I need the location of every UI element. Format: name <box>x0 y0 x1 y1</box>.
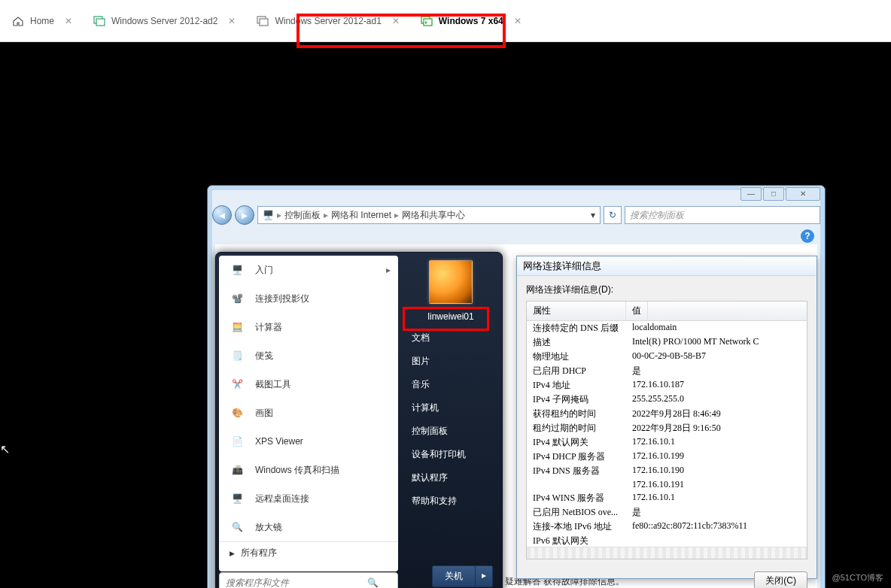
breadcrumb-bar[interactable]: 🖥️▸ 控制面板▸ 网络和 Internet▸ 网络和共享中心 ▾ <box>257 206 601 224</box>
cell-value: 172.16.10.199 <box>626 450 807 464</box>
watermark: @51CTO博客 <box>832 572 883 583</box>
rlink-devices[interactable]: 设备和打印机 <box>403 443 499 466</box>
details-rows[interactable]: 连接特定的 DNS 后缀localdomain描述Intel(R) PRO/10… <box>527 321 807 547</box>
table-row[interactable]: 连接特定的 DNS 后缀localdomain <box>527 321 807 335</box>
breadcrumb-1[interactable]: 控制面板 <box>284 209 321 222</box>
cell-property: 已启用 NetBIOS ove... <box>527 505 626 520</box>
close-icon[interactable]: ✕ <box>392 16 400 26</box>
dialog-subtitle: 网络连接详细信息(D): <box>526 283 807 296</box>
tab-win7[interactable]: Windows 7 x64 ✕ <box>412 11 531 32</box>
table-row[interactable]: IPv4 地址172.16.10.187 <box>527 378 807 393</box>
table-row[interactable]: 连接-本地 IPv6 地址fe80::a92c:8072:11cb:7383%1… <box>527 520 807 534</box>
all-programs[interactable]: ▶所有程序 <box>219 541 398 564</box>
sm-item-projector[interactable]: 📽️连接到投影仪 <box>219 284 398 313</box>
col-property[interactable]: 属性 <box>527 302 626 320</box>
svg-rect-3 <box>260 19 268 26</box>
sm-item-paint[interactable]: 🎨画图 <box>219 399 398 427</box>
table-row[interactable]: 物理地址00-0C-29-0B-58-B7 <box>527 350 807 364</box>
magnifier-icon: 🔍 <box>227 517 248 538</box>
palette-icon: 🎨 <box>227 402 248 423</box>
xps-icon: 📄 <box>227 431 248 452</box>
start-menu: 🖥️入门▸ 📽️连接到投影仪 🧮计算器 🗒️便笺 ✂️截图工具 🎨画图 📄XPS… <box>215 252 503 588</box>
refresh-button[interactable]: ↻ <box>604 206 622 224</box>
tab-ad1[interactable]: Windows Server 2012-ad1 ✕ <box>248 11 408 32</box>
sm-item-fax[interactable]: 📠Windows 传真和扫描 <box>219 456 398 484</box>
cell-value: fe80::a92c:8072:11cb:7383%11 <box>626 520 807 534</box>
table-row[interactable]: IPv4 DNS 服务器172.16.10.190 <box>527 464 807 478</box>
table-row[interactable]: IPv4 默认网关172.16.10.1 <box>527 435 807 450</box>
tab-ad2-label: Windows Server 2012-ad2 <box>111 16 217 26</box>
scissors-icon: ✂️ <box>227 374 248 395</box>
cell-property: IPv4 DNS 服务器 <box>527 464 626 478</box>
rlink-default-programs[interactable]: 默认程序 <box>403 466 499 489</box>
rlink-pictures[interactable]: 图片 <box>403 350 499 373</box>
rlink-control-panel[interactable]: 控制面板 <box>403 420 499 443</box>
cell-property: 获得租约的时间 <box>527 407 626 421</box>
table-row[interactable]: 172.16.10.191 <box>527 478 807 491</box>
tab-ad1-label: Windows Server 2012-ad1 <box>275 16 381 26</box>
svg-rect-5 <box>424 19 432 26</box>
close-button[interactable]: ✕ <box>786 187 820 201</box>
search-icon: 🔍 <box>367 577 379 588</box>
table-row[interactable]: IPv4 子网掩码255.255.255.0 <box>527 393 807 407</box>
close-icon[interactable]: ✕ <box>514 16 522 26</box>
start-menu-right: linweiwei01 文档 图片 音乐 计算机 控制面板 设备和打印机 默认程… <box>403 256 499 588</box>
minimize-button[interactable]: — <box>740 187 762 201</box>
start-search-input[interactable] <box>226 577 361 588</box>
sm-item-xps[interactable]: 📄XPS Viewer <box>219 427 398 456</box>
shutdown-button[interactable]: 关机 ▸ <box>432 565 493 587</box>
user-avatar[interactable] <box>429 260 473 304</box>
cell-property: 已启用 DHCP <box>527 364 626 378</box>
search-input[interactable]: 搜索控制面板 <box>625 206 820 224</box>
col-value[interactable]: 值 <box>626 302 648 320</box>
rlink-music[interactable]: 音乐 <box>403 373 499 396</box>
dialog-title: 网络连接详细信息 <box>517 256 816 276</box>
maximize-button[interactable]: □ <box>763 187 784 201</box>
sm-item-snipping[interactable]: ✂️截图工具 <box>219 370 398 399</box>
table-row[interactable]: 已启用 NetBIOS ove...是 <box>527 505 807 520</box>
table-row[interactable]: 获得租约的时间2022年9月28日 8:46:49 <box>527 407 807 421</box>
cell-property: 租约过期的时间 <box>527 421 626 435</box>
sm-item-getting-started[interactable]: 🖥️入门▸ <box>219 256 398 284</box>
table-row[interactable]: 租约过期的时间2022年9月28日 9:16:50 <box>527 421 807 435</box>
sm-item-sticky-notes[interactable]: 🗒️便笺 <box>219 341 398 370</box>
host-tabbar: Home ✕ Windows Server 2012-ad2 ✕ Windows… <box>0 0 891 42</box>
table-row[interactable]: 描述Intel(R) PRO/1000 MT Network C <box>527 335 807 350</box>
help-icon[interactable]: ? <box>801 229 814 243</box>
cell-value: 172.16.10.1 <box>626 491 807 505</box>
breadcrumb-2[interactable]: 网络和 Internet <box>331 209 391 222</box>
address-bar-row: ◄ ► 🖥️▸ 控制面板▸ 网络和 Internet▸ 网络和共享中心 ▾ ↻ … <box>212 204 820 226</box>
network-details-dialog[interactable]: 网络连接详细信息 网络连接详细信息(D): 属性 值 连接特定的 DNS 后缀l… <box>516 256 817 579</box>
table-row[interactable]: IPv4 WINS 服务器172.16.10.1 <box>527 491 807 505</box>
annotation-highlight-user <box>403 307 489 331</box>
cursor-icon: ↖ <box>0 442 10 456</box>
tab-home-label: Home <box>30 16 54 26</box>
sm-item-calculator[interactable]: 🧮计算器 <box>219 313 398 341</box>
details-table: 属性 值 连接特定的 DNS 后缀localdomain描述Intel(R) P… <box>526 301 807 559</box>
rlink-help[interactable]: 帮助和支持 <box>403 489 499 513</box>
sm-item-magnifier[interactable]: 🔍放大镜 <box>219 513 398 541</box>
table-row[interactable]: 已启用 DHCP是 <box>527 364 807 378</box>
cell-value: 2022年9月28日 8:46:49 <box>626 407 807 421</box>
sm-item-rdp[interactable]: 🖥️远程桌面连接 <box>219 484 398 513</box>
cell-property: IPv4 WINS 服务器 <box>527 491 626 505</box>
table-row[interactable]: IPv4 DHCP 服务器172.16.10.199 <box>527 450 807 464</box>
cell-value: 00-0C-29-0B-58-B7 <box>626 350 807 364</box>
close-icon[interactable]: ✕ <box>65 16 72 26</box>
tab-ad2[interactable]: Windows Server 2012-ad2 ✕ <box>84 11 245 32</box>
rlink-computer[interactable]: 计算机 <box>403 396 499 420</box>
sticky-notes-icon: 🗒️ <box>227 345 248 366</box>
projector-icon: 📽️ <box>227 288 248 309</box>
breadcrumb-3[interactable]: 网络和共享中心 <box>402 209 465 222</box>
control-panel-window[interactable]: — □ ✕ ◄ ► 🖥️▸ 控制面板▸ 网络和 Internet▸ 网络和共享中… <box>207 185 826 588</box>
start-search[interactable]: 🔍 <box>219 572 398 588</box>
close-icon[interactable]: ✕ <box>228 16 236 26</box>
shutdown-menu-arrow[interactable]: ▸ <box>475 566 492 586</box>
table-row[interactable]: IPv6 默认网关 <box>527 534 807 547</box>
close-dialog-button[interactable]: 关闭(C) <box>754 571 807 588</box>
cell-value: localdomain <box>626 321 807 335</box>
forward-button[interactable]: ► <box>235 205 254 225</box>
back-button[interactable]: ◄ <box>212 205 232 225</box>
tab-home[interactable]: Home ✕ <box>3 11 81 32</box>
horizontal-scrollbar[interactable] <box>527 547 807 559</box>
